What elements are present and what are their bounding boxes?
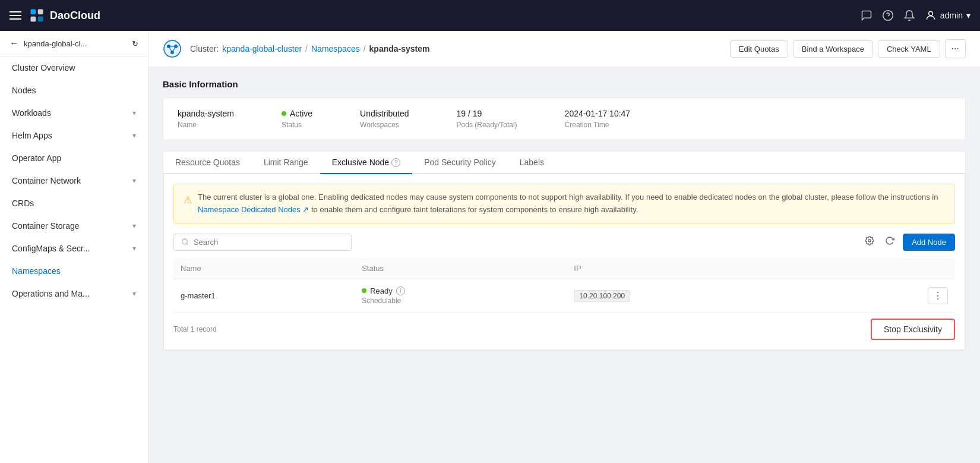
check-yaml-button[interactable]: Check YAML <box>878 40 940 58</box>
node-ip: 10.20.100.200 <box>574 290 630 302</box>
svg-point-14 <box>868 240 871 242</box>
user-dropdown-icon: ▾ <box>966 11 970 20</box>
info-creation-label: Creation Time <box>565 121 631 129</box>
bell-icon[interactable] <box>903 10 915 21</box>
page-header: Cluster: kpanda-global-cluster / Namespa… <box>148 31 980 67</box>
help-icon[interactable] <box>882 10 894 21</box>
tab-labels[interactable]: Labels <box>508 152 556 174</box>
search-icon <box>181 238 189 246</box>
info-pods: 19 / 19 Pods (Ready/Total) <box>457 109 517 129</box>
info-status-label: Status <box>282 121 312 129</box>
sidebar-header: ← kpanda-global-cl... ↻ <box>0 31 148 56</box>
top-navigation: DaoCloud admin ▾ <box>0 0 980 31</box>
tab-limit-range[interactable]: Limit Range <box>252 152 320 174</box>
chevron-down-icon: ▾ <box>132 131 136 140</box>
records-count: Total 1 record <box>173 320 217 338</box>
refresh-icon[interactable] <box>883 234 897 250</box>
svg-point-6 <box>164 40 181 57</box>
edit-quotas-button[interactable]: Edit Quotas <box>730 40 788 58</box>
sidebar-label-crds: CRDs <box>12 199 34 208</box>
info-workspaces-label: Workspaces <box>360 121 409 129</box>
hamburger-menu[interactable] <box>10 11 21 20</box>
settings-icon[interactable] <box>862 234 877 250</box>
chevron-down-icon: ▾ <box>132 244 136 253</box>
node-name: g-master1 <box>181 291 216 300</box>
warning-link[interactable]: Namespace Dedicated Nodes ↗ <box>198 205 309 214</box>
sidebar-item-namespaces[interactable]: Namespaces <box>0 260 148 282</box>
page-actions: Edit Quotas Bind a Workspace Check YAML … <box>730 39 966 58</box>
sidebar-item-nodes[interactable]: Nodes <box>0 79 148 102</box>
sidebar-item-container-network[interactable]: Container Network ▾ <box>0 169 148 192</box>
info-creation: 2024-01-17 10:47 Creation Time <box>565 109 631 129</box>
warning-icon: ⚠ <box>184 193 192 216</box>
sidebar: ← kpanda-global-cl... ↻ Cluster Overview… <box>0 31 148 463</box>
back-icon[interactable]: ← <box>10 38 19 49</box>
stop-exclusivity-button[interactable]: Stop Exclusivity <box>871 319 955 340</box>
breadcrumb-namespaces[interactable]: Namespaces <box>311 44 360 53</box>
sidebar-label-nodes: Nodes <box>12 86 36 95</box>
logo: DaoCloud <box>29 7 100 24</box>
info-icon[interactable]: ? <box>391 158 400 167</box>
chat-icon[interactable] <box>861 10 872 21</box>
sidebar-item-workloads[interactable]: Workloads ▾ <box>0 102 148 124</box>
info-status: Active Status <box>282 109 312 129</box>
chevron-down-icon: ▾ <box>132 109 136 117</box>
col-ip: IP <box>567 258 827 279</box>
info-name-value: kpanda-system <box>178 109 234 118</box>
nodes-table: Name Status IP g-master1 <box>173 258 955 313</box>
svg-point-13 <box>182 239 188 244</box>
sidebar-label-container-network: Container Network <box>12 176 81 185</box>
sidebar-item-operator-app[interactable]: Operator App <box>0 147 148 169</box>
tabs-bar: Resource Quotas Limit Range Exclusive No… <box>163 152 965 174</box>
search-input[interactable] <box>194 238 344 247</box>
sidebar-label-operator-app: Operator App <box>12 153 61 163</box>
svg-rect-2 <box>31 17 36 22</box>
more-actions-button[interactable]: ··· <box>945 39 966 58</box>
basic-info-title: Basic Information <box>163 79 966 89</box>
svg-point-4 <box>883 11 893 21</box>
warning-text: The current cluster is a global one. Ena… <box>198 191 945 216</box>
svg-rect-3 <box>38 17 43 22</box>
refresh-icon[interactable]: ↻ <box>132 39 138 48</box>
sidebar-item-crds[interactable]: CRDs <box>0 192 148 215</box>
username: admin <box>940 11 963 20</box>
chevron-down-icon: ▾ <box>132 177 136 185</box>
breadcrumb-sep2: / <box>363 44 366 53</box>
sidebar-item-configmaps-secr[interactable]: ConfigMaps & Secr... ▾ <box>0 237 148 260</box>
toolbar: Add Node <box>173 234 955 251</box>
info-status-value: Active <box>282 109 312 118</box>
basic-info-card: kpanda-system Name Active Status Undistr… <box>163 97 966 140</box>
info-creation-value: 2024-01-17 10:47 <box>565 109 631 118</box>
info-name-label: Name <box>178 121 234 129</box>
svg-rect-1 <box>38 10 43 15</box>
sidebar-item-operations-and-ma[interactable]: Operations and Ma... ▾ <box>0 282 148 305</box>
sidebar-item-cluster-overview[interactable]: Cluster Overview <box>0 56 148 79</box>
status-ready-text: Ready <box>370 286 393 295</box>
toolbar-actions: Add Node <box>862 234 955 251</box>
status-schedulable: Schedulable <box>362 297 559 305</box>
exclusive-node-tab-content: ⚠ The current cluster is a global one. E… <box>163 174 965 350</box>
breadcrumb: Cluster: kpanda-global-cluster / Namespa… <box>163 39 430 58</box>
main-content: Cluster: kpanda-global-cluster / Namespa… <box>148 31 980 463</box>
sidebar-cluster-name: kpanda-global-cl... <box>24 39 87 48</box>
chevron-down-icon: ▾ <box>132 222 136 230</box>
row-more-button[interactable]: ⋮ <box>928 287 948 304</box>
sidebar-item-container-storage[interactable]: Container Storage ▾ <box>0 215 148 237</box>
col-actions <box>827 258 955 279</box>
status-dot-active <box>282 111 286 116</box>
node-status: Ready i Schedulable <box>362 286 559 305</box>
status-dot-ready <box>362 288 366 293</box>
user-menu[interactable]: admin ▾ <box>925 10 970 21</box>
sidebar-item-helm-apps[interactable]: Helm Apps ▾ <box>0 124 148 147</box>
tab-pod-security-policy[interactable]: Pod Security Policy <box>412 152 508 174</box>
breadcrumb-current: kpanda-system <box>369 44 430 53</box>
bind-workspace-button[interactable]: Bind a Workspace <box>793 40 873 58</box>
search-box[interactable] <box>173 234 352 251</box>
add-node-button[interactable]: Add Node <box>903 234 955 251</box>
breadcrumb-cluster-name[interactable]: kpanda-global-cluster <box>222 44 302 53</box>
info-circle-icon[interactable]: i <box>396 286 405 295</box>
chevron-down-icon: ▾ <box>132 289 136 298</box>
col-name: Name <box>173 258 355 279</box>
tab-exclusive-node[interactable]: Exclusive Node ? <box>320 152 413 174</box>
tab-resource-quotas[interactable]: Resource Quotas <box>163 152 252 174</box>
